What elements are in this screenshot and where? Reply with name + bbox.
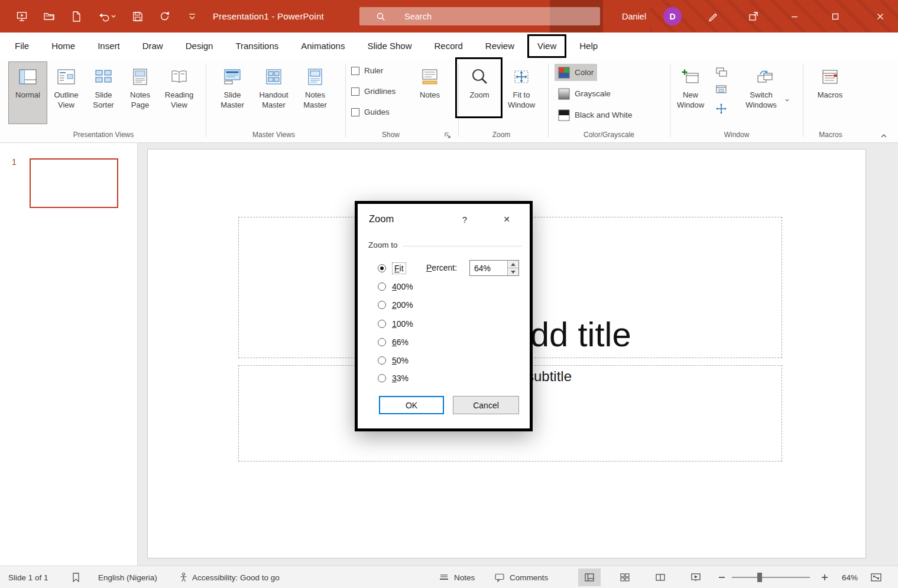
guides-checkbox[interactable]: Guides bbox=[351, 108, 390, 116]
tab-insert[interactable]: Insert bbox=[86, 33, 131, 59]
slide-indicator[interactable]: Slide 1 of 1 bbox=[8, 566, 48, 588]
start-from-beginning-button[interactable] bbox=[15, 10, 28, 23]
tab-design[interactable]: Design bbox=[174, 33, 225, 59]
notes-master-button[interactable]: Notes Master bbox=[297, 61, 333, 124]
close-button[interactable] bbox=[862, 0, 898, 33]
tab-help[interactable]: Help bbox=[568, 33, 609, 59]
accessibility-button[interactable] bbox=[179, 566, 189, 588]
button-label: New Window bbox=[675, 90, 706, 111]
tab-review[interactable]: Review bbox=[474, 33, 526, 59]
redo-button[interactable] bbox=[158, 10, 171, 23]
black-and-white-button[interactable]: Black and White bbox=[555, 106, 636, 124]
cascade-windows-button[interactable] bbox=[714, 83, 728, 97]
normal-view-icon bbox=[19, 67, 37, 86]
show-dialog-launcher[interactable] bbox=[443, 131, 452, 140]
ok-button[interactable]: OK bbox=[379, 396, 444, 414]
zoom-slider-track[interactable] bbox=[732, 577, 810, 578]
normal-view-status-button[interactable] bbox=[578, 568, 601, 586]
radio-66[interactable]: 66% bbox=[378, 335, 409, 349]
user-avatar[interactable]: D bbox=[663, 7, 682, 25]
comments-toggle-button[interactable]: Comments bbox=[494, 566, 548, 588]
fit-window-status-icon bbox=[870, 572, 882, 583]
dialog-close-button[interactable]: ✕ bbox=[495, 212, 518, 226]
slide-master-button[interactable]: Slide Master bbox=[214, 61, 251, 124]
notes-button[interactable]: Notes bbox=[414, 61, 446, 124]
undo-button[interactable] bbox=[97, 10, 117, 23]
slide-thumbnail[interactable] bbox=[30, 158, 118, 208]
quick-access-toolbar bbox=[15, 0, 199, 33]
spinner-up-button[interactable] bbox=[508, 261, 518, 268]
zoom-level[interactable]: 64% bbox=[842, 566, 858, 588]
search-box[interactable]: Search bbox=[359, 7, 600, 25]
group-divider bbox=[803, 64, 803, 137]
fit-slide-to-window-button[interactable] bbox=[870, 566, 882, 588]
dialog-help-button[interactable]: ? bbox=[455, 212, 474, 226]
spinner-down-button[interactable] bbox=[508, 268, 518, 275]
radio-33[interactable]: 33% bbox=[378, 371, 409, 385]
slideshow-status-button[interactable] bbox=[685, 568, 707, 586]
normal-view-button[interactable]: Normal bbox=[8, 61, 47, 124]
button-label: Notes Page bbox=[125, 90, 155, 111]
new-window-button[interactable]: New Window bbox=[674, 61, 707, 124]
radio-100[interactable]: 100% bbox=[378, 317, 413, 331]
tab-slide-show[interactable]: Slide Show bbox=[356, 33, 423, 59]
slide-sorter-button[interactable]: Slide Sorter bbox=[87, 61, 120, 124]
radio-50[interactable]: 50% bbox=[378, 353, 409, 368]
open-button[interactable] bbox=[43, 10, 56, 23]
tab-animations[interactable]: Animations bbox=[290, 33, 356, 59]
slide-sorter-status-button[interactable] bbox=[614, 568, 636, 586]
tab-home[interactable]: Home bbox=[40, 33, 86, 59]
zoom-slider-thumb[interactable] bbox=[757, 573, 762, 582]
reading-view-button[interactable]: Reading View bbox=[161, 61, 197, 124]
zoom-out-button[interactable] bbox=[718, 566, 726, 588]
language-indicator[interactable]: English (Nigeria) bbox=[98, 566, 157, 588]
spell-check-button[interactable] bbox=[71, 566, 81, 588]
fit-to-window-button[interactable]: Fit to Window bbox=[504, 61, 539, 124]
percent-value[interactable]: 64% bbox=[470, 264, 507, 273]
percent-spinner[interactable]: 64% bbox=[469, 260, 519, 276]
inking-button[interactable] bbox=[700, 0, 727, 33]
zoom-button[interactable]: Zoom bbox=[462, 61, 497, 124]
new-file-button[interactable] bbox=[70, 10, 83, 23]
notes-status-icon bbox=[439, 573, 449, 582]
cancel-button[interactable]: Cancel bbox=[453, 396, 519, 414]
button-label: Notes Master bbox=[297, 90, 333, 111]
switch-windows-button[interactable]: Switch Windows bbox=[739, 61, 791, 124]
maximize-button[interactable] bbox=[821, 0, 850, 33]
radio-label: Fit bbox=[392, 262, 406, 274]
accessibility-status[interactable]: Accessibility: Good to go bbox=[192, 566, 280, 588]
group-label-macros: Macros bbox=[804, 131, 857, 139]
color-button[interactable]: Color bbox=[555, 64, 597, 81]
radio-400[interactable]: 400% bbox=[378, 280, 413, 294]
slide-number: 1 bbox=[12, 157, 17, 167]
notes-toggle-button[interactable]: Notes bbox=[439, 566, 475, 588]
zoom-in-button[interactable] bbox=[821, 566, 829, 588]
tab-view-active[interactable]: View bbox=[527, 34, 566, 58]
button-label: Switch Windows bbox=[741, 90, 782, 111]
radio-fit[interactable]: Fit bbox=[378, 261, 406, 275]
customize-qat-button[interactable] bbox=[186, 10, 199, 23]
save-button[interactable] bbox=[131, 10, 144, 23]
zoom-to-group-label: Zoom to bbox=[368, 241, 398, 249]
notes-page-button[interactable]: Notes Page bbox=[124, 61, 156, 124]
minimize-button[interactable] bbox=[780, 0, 809, 33]
tab-draw[interactable]: Draw bbox=[131, 33, 174, 59]
tab-file[interactable]: File bbox=[4, 33, 40, 59]
tab-record[interactable]: Record bbox=[423, 33, 474, 59]
ruler-checkbox[interactable]: Ruler bbox=[351, 66, 383, 75]
handout-master-button[interactable]: Handout Master bbox=[254, 61, 293, 124]
collapse-ribbon-button[interactable] bbox=[878, 132, 889, 140]
macros-button[interactable]: Macros bbox=[812, 61, 848, 124]
arrange-all-button[interactable] bbox=[714, 65, 728, 79]
tab-transitions[interactable]: Transitions bbox=[224, 33, 290, 59]
move-split-button[interactable] bbox=[714, 102, 728, 116]
reading-view-status-button[interactable] bbox=[649, 568, 672, 586]
gridlines-checkbox[interactable]: Gridlines bbox=[351, 87, 395, 96]
grayscale-button[interactable]: Grayscale bbox=[555, 85, 614, 102]
radio-200[interactable]: 200% bbox=[378, 298, 413, 312]
outline-view-button[interactable]: Outline View bbox=[50, 61, 83, 124]
ribbon-display-options-button[interactable] bbox=[740, 0, 767, 33]
group-label-presentation-views: Presentation Views bbox=[6, 131, 201, 139]
user-name[interactable]: Daniel bbox=[622, 0, 646, 33]
checkbox-box bbox=[351, 87, 359, 96]
